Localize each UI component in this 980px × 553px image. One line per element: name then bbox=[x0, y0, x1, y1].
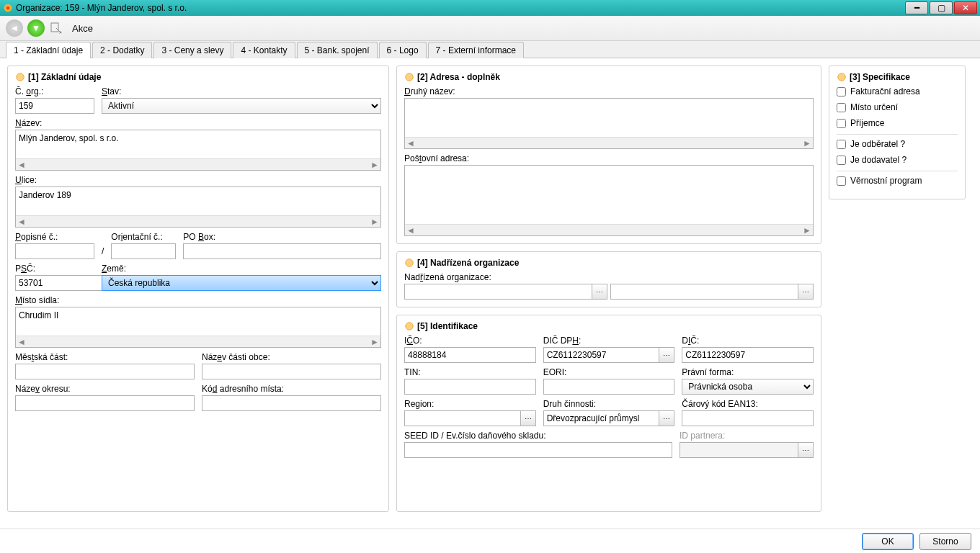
tabstrip: 1 - Základní údaje 2 - Dodatky 3 - Ceny … bbox=[0, 41, 980, 58]
titlebar: Organizace: 159 - Mlýn Janderov, spol. s… bbox=[0, 0, 980, 16]
hscroll[interactable]: ◄► bbox=[16, 215, 380, 227]
zeme-select[interactable]: Česká republika bbox=[102, 275, 381, 291]
svg-point-6 bbox=[406, 323, 414, 331]
popisne-label: Popisné č.: bbox=[15, 232, 94, 242]
idpartner-input bbox=[680, 442, 798, 458]
nadorg-name-lookup[interactable]: ⋯ bbox=[798, 284, 814, 300]
region-label: Region: bbox=[404, 399, 536, 409]
dodavatel-checkbox[interactable] bbox=[837, 156, 846, 165]
content: [1] Základní údaje Č. org.: Stav: Aktivn… bbox=[0, 58, 980, 519]
odberatel-checkbox[interactable] bbox=[837, 140, 846, 149]
druh-input[interactable] bbox=[543, 410, 660, 426]
svg-point-4 bbox=[406, 73, 414, 81]
group-nadrizena-org: [4] Nadřízená organizace Nadřízená organ… bbox=[396, 251, 821, 307]
eori-label: EORI: bbox=[543, 367, 675, 377]
tab-zakladni-udaje[interactable]: 1 - Základní údaje bbox=[6, 42, 91, 58]
hscroll[interactable]: ◄► bbox=[405, 137, 813, 148]
ulice-label: Ulice: bbox=[15, 175, 381, 185]
hscroll[interactable]: ◄► bbox=[16, 158, 380, 170]
forward-button[interactable]: ▼ bbox=[27, 19, 45, 37]
druh-label: Druh činnosti: bbox=[543, 399, 675, 409]
pravni-select[interactable]: Právnická osoba bbox=[682, 379, 814, 395]
dicdph-lookup[interactable]: ⋯ bbox=[659, 347, 674, 363]
nazev-input[interactable]: Mlýn Janderov, spol. s r.o. bbox=[16, 130, 380, 156]
tab-logo[interactable]: 6 - Logo bbox=[379, 42, 427, 58]
actions-label[interactable]: Akce bbox=[72, 23, 93, 34]
odberatel-label: Je odběratel ? bbox=[850, 139, 905, 149]
toolbar: ◄ ▼ Akce bbox=[0, 16, 980, 41]
misto-input[interactable]: Chrudim II bbox=[16, 307, 380, 333]
maximize-button[interactable]: ▢ bbox=[930, 1, 953, 14]
dicdph-input[interactable] bbox=[543, 347, 660, 363]
region-lookup[interactable]: ⋯ bbox=[520, 410, 536, 426]
seed-input[interactable] bbox=[404, 442, 672, 458]
orient-label: Orientační č.: bbox=[111, 232, 176, 242]
ean-input[interactable] bbox=[682, 410, 814, 426]
hscroll[interactable]: ◄► bbox=[405, 224, 813, 235]
group-icon bbox=[404, 258, 414, 268]
okres-label: Název okresu: bbox=[15, 384, 195, 394]
ulice-input[interactable]: Janderov 189 bbox=[16, 187, 380, 213]
misto-urceni-label: Místo určení bbox=[850, 102, 898, 112]
dic-input[interactable] bbox=[682, 347, 814, 363]
druhy-label: Druhý název: bbox=[404, 86, 814, 96]
tab-kontakty[interactable]: 4 - Kontakty bbox=[233, 42, 295, 58]
post-input[interactable] bbox=[405, 166, 813, 222]
group-icon bbox=[15, 72, 25, 82]
group-icon bbox=[404, 321, 414, 331]
popisne-input[interactable] bbox=[15, 243, 94, 259]
ico-input[interactable] bbox=[404, 347, 536, 363]
eori-input[interactable] bbox=[543, 379, 675, 395]
tab-ceny-slevy[interactable]: 3 - Ceny a slevy bbox=[153, 42, 231, 58]
tab-externi-informace[interactable]: 7 - Externí informace bbox=[428, 42, 524, 58]
minimize-button[interactable]: ━ bbox=[905, 1, 928, 14]
post-label: Poštovní adresa: bbox=[404, 153, 814, 163]
nadorg-name-input[interactable] bbox=[610, 284, 798, 300]
dodavatel-label: Je dodavatel ? bbox=[850, 155, 906, 165]
misto-urceni-checkbox[interactable] bbox=[837, 103, 846, 112]
tin-label: TIN: bbox=[404, 367, 536, 377]
tab-dodatky[interactable]: 2 - Dodatky bbox=[92, 42, 152, 58]
orient-input[interactable] bbox=[111, 243, 176, 259]
back-button[interactable]: ◄ bbox=[6, 19, 23, 37]
svg-point-1 bbox=[6, 6, 9, 9]
svg-point-5 bbox=[406, 259, 414, 267]
mestska-input[interactable] bbox=[15, 364, 195, 379]
hscroll[interactable]: ◄► bbox=[16, 336, 380, 347]
castobce-input[interactable] bbox=[202, 364, 381, 379]
corg-label: Č. org.: bbox=[15, 86, 94, 96]
idpartner-label: ID partnera: bbox=[680, 431, 814, 441]
okres-input[interactable] bbox=[15, 395, 195, 411]
fakturacni-label: Fakturační adresa bbox=[850, 86, 920, 96]
misto-label: Místo sídla: bbox=[15, 295, 381, 305]
seed-label: SEED ID / Ev.číslo daňového skladu: bbox=[404, 431, 672, 441]
corg-input[interactable] bbox=[15, 98, 94, 114]
group-icon bbox=[404, 72, 414, 82]
nadorg-code-input[interactable] bbox=[404, 284, 592, 300]
druhy-input[interactable] bbox=[405, 99, 813, 135]
idpartner-lookup[interactable]: ⋯ bbox=[798, 442, 814, 458]
group-adresa-doplnek: [2] Adresa - doplněk Druhý název: ◄► Poš… bbox=[396, 66, 821, 244]
group-identifikace: [5] Identifikace IČO: DIČ DPH: ⋯ DIČ: bbox=[396, 315, 821, 512]
tab-bank-spojeni[interactable]: 5 - Bank. spojení bbox=[297, 42, 378, 58]
fakturacni-checkbox[interactable] bbox=[837, 87, 846, 96]
svg-point-3 bbox=[17, 73, 24, 81]
mestska-label: Městská část: bbox=[15, 352, 195, 362]
prijemce-checkbox[interactable] bbox=[837, 119, 846, 128]
kodadr-input[interactable] bbox=[202, 395, 381, 411]
group-title-text: [3] Specifikace bbox=[850, 72, 910, 82]
psc-label: PSČ: bbox=[15, 264, 94, 274]
tin-input[interactable] bbox=[404, 379, 536, 395]
nadorg-code-lookup[interactable]: ⋯ bbox=[592, 284, 607, 300]
close-button[interactable]: ✕ bbox=[954, 1, 977, 14]
druh-lookup[interactable]: ⋯ bbox=[659, 410, 674, 426]
castobce-label: Název části obce: bbox=[202, 352, 381, 362]
vernostni-label: Věrnostní program bbox=[850, 176, 922, 186]
actions-icon[interactable] bbox=[49, 21, 63, 35]
region-input[interactable] bbox=[404, 410, 521, 426]
stav-select[interactable]: Aktivní bbox=[102, 98, 381, 114]
dic-label: DIČ: bbox=[682, 336, 814, 346]
vernostni-checkbox[interactable] bbox=[837, 176, 846, 186]
pobox-input[interactable] bbox=[183, 243, 381, 259]
group-title-text: [4] Nadřízená organizace bbox=[417, 258, 519, 268]
